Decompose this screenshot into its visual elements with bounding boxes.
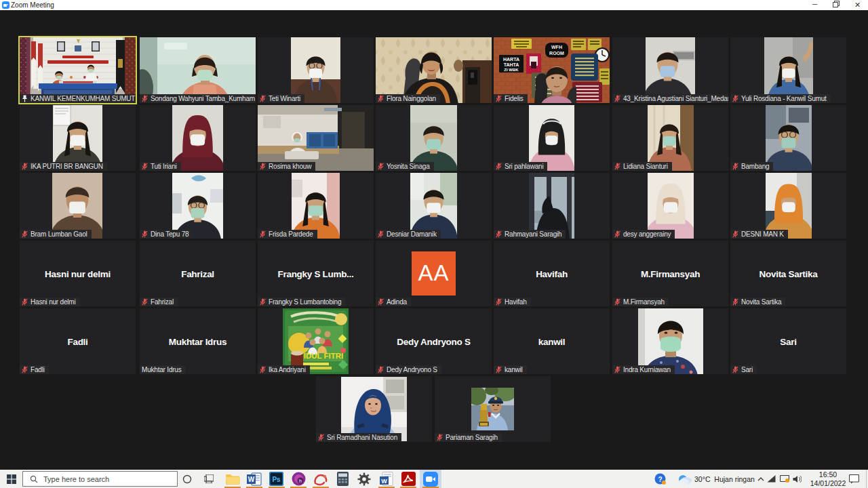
svg-text:TAHTA: TAHTA <box>504 62 519 67</box>
svg-text:?: ? <box>658 476 662 483</box>
svg-text:W: W <box>248 476 255 483</box>
svg-text:IDUL FITRI: IDUL FITRI <box>304 352 344 360</box>
svg-text:HARTA: HARTA <box>503 57 519 62</box>
svg-text:ROOM: ROOM <box>549 51 564 56</box>
svg-text:Ps: Ps <box>273 476 281 483</box>
svg-text:W: W <box>381 478 387 485</box>
svg-text:h: h <box>299 479 302 483</box>
svg-text:ZI WBK: ZI WBK <box>504 68 519 72</box>
svg-text:WFH: WFH <box>551 45 562 49</box>
